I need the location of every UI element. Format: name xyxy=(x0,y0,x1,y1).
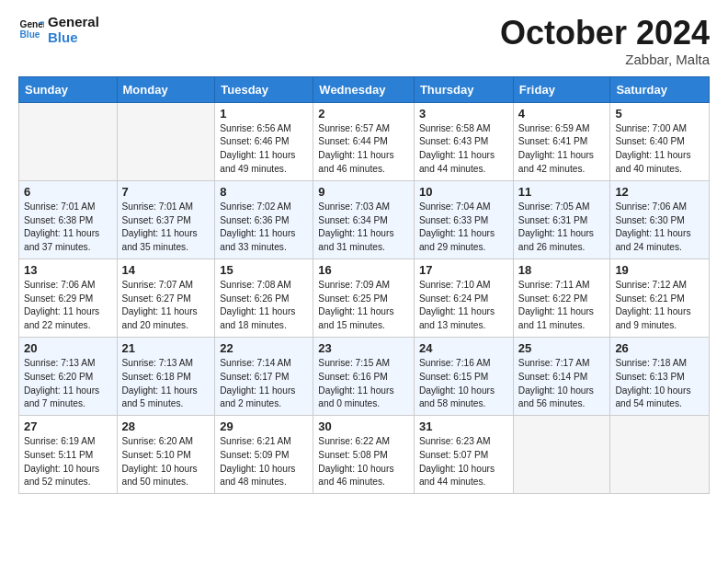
calendar-day-cell: 3Sunrise: 6:58 AM Sunset: 6:43 PM Daylig… xyxy=(414,102,513,180)
calendar-day-cell: 14Sunrise: 7:07 AM Sunset: 6:27 PM Dayli… xyxy=(117,259,215,337)
day-number: 31 xyxy=(419,419,508,433)
day-info: Sunrise: 7:03 AM Sunset: 6:34 PM Dayligh… xyxy=(318,201,409,255)
day-number: 30 xyxy=(318,419,409,433)
day-number: 11 xyxy=(518,185,606,199)
location-subtitle: Zabbar, Malta xyxy=(500,52,710,67)
day-info: Sunrise: 7:07 AM Sunset: 6:27 PM Dayligh… xyxy=(122,279,210,333)
day-number: 3 xyxy=(419,107,508,121)
day-info: Sunrise: 6:20 AM Sunset: 5:10 PM Dayligh… xyxy=(122,435,210,489)
calendar-day-cell: 2Sunrise: 6:57 AM Sunset: 6:44 PM Daylig… xyxy=(313,102,415,180)
day-info: Sunrise: 6:23 AM Sunset: 5:07 PM Dayligh… xyxy=(419,435,508,489)
day-info: Sunrise: 7:09 AM Sunset: 6:25 PM Dayligh… xyxy=(318,279,409,333)
day-number: 28 xyxy=(122,419,210,433)
calendar-empty-cell xyxy=(513,416,610,494)
calendar-table: SundayMondayTuesdayWednesdayThursdayFrid… xyxy=(18,76,710,495)
calendar-day-cell: 4Sunrise: 6:59 AM Sunset: 6:41 PM Daylig… xyxy=(513,102,610,180)
day-info: Sunrise: 7:00 AM Sunset: 6:40 PM Dayligh… xyxy=(615,122,704,177)
day-number: 24 xyxy=(419,341,508,355)
day-number: 27 xyxy=(24,419,112,433)
calendar-day-cell: 19Sunrise: 7:12 AM Sunset: 6:21 PM Dayli… xyxy=(610,259,710,337)
day-number: 18 xyxy=(518,263,606,277)
day-number: 26 xyxy=(615,341,704,355)
day-number: 9 xyxy=(318,185,409,199)
day-number: 16 xyxy=(318,263,409,277)
calendar-empty-cell xyxy=(19,102,118,180)
calendar-week-row: 6Sunrise: 7:01 AM Sunset: 6:38 PM Daylig… xyxy=(19,180,710,259)
calendar-week-row: 13Sunrise: 7:06 AM Sunset: 6:29 PM Dayli… xyxy=(19,259,710,337)
calendar-day-cell: 5Sunrise: 7:00 AM Sunset: 6:40 PM Daylig… xyxy=(610,102,710,180)
day-number: 12 xyxy=(615,185,704,199)
day-info: Sunrise: 7:01 AM Sunset: 6:38 PM Dayligh… xyxy=(24,201,112,255)
day-info: Sunrise: 7:12 AM Sunset: 6:21 PM Dayligh… xyxy=(615,279,704,333)
calendar-header-thursday: Thursday xyxy=(414,76,513,102)
day-number: 14 xyxy=(122,263,210,277)
logo-general: General xyxy=(48,15,99,30)
day-number: 1 xyxy=(220,107,308,121)
calendar-day-cell: 15Sunrise: 7:08 AM Sunset: 6:26 PM Dayli… xyxy=(215,259,313,337)
calendar-day-cell: 20Sunrise: 7:13 AM Sunset: 6:20 PM Dayli… xyxy=(19,337,118,415)
calendar-day-cell: 31Sunrise: 6:23 AM Sunset: 5:07 PM Dayli… xyxy=(414,416,513,494)
calendar-week-row: 20Sunrise: 7:13 AM Sunset: 6:20 PM Dayli… xyxy=(19,337,710,415)
day-info: Sunrise: 6:57 AM Sunset: 6:44 PM Dayligh… xyxy=(318,122,409,177)
calendar-day-cell: 8Sunrise: 7:02 AM Sunset: 6:36 PM Daylig… xyxy=(215,180,313,259)
title-block: October 2024 Zabbar, Malta xyxy=(500,15,710,67)
day-info: Sunrise: 6:19 AM Sunset: 5:11 PM Dayligh… xyxy=(24,435,112,489)
calendar-week-row: 27Sunrise: 6:19 AM Sunset: 5:11 PM Dayli… xyxy=(19,416,710,494)
day-number: 10 xyxy=(419,185,508,199)
day-info: Sunrise: 7:13 AM Sunset: 6:18 PM Dayligh… xyxy=(122,357,210,411)
svg-text:Blue: Blue xyxy=(20,29,40,39)
calendar-day-cell: 26Sunrise: 7:18 AM Sunset: 6:13 PM Dayli… xyxy=(610,337,710,415)
calendar-day-cell: 24Sunrise: 7:16 AM Sunset: 6:15 PM Dayli… xyxy=(414,337,513,415)
calendar-day-cell: 10Sunrise: 7:04 AM Sunset: 6:33 PM Dayli… xyxy=(414,180,513,259)
calendar-day-cell: 7Sunrise: 7:01 AM Sunset: 6:37 PM Daylig… xyxy=(117,180,215,259)
calendar-day-cell: 17Sunrise: 7:10 AM Sunset: 6:24 PM Dayli… xyxy=(414,259,513,337)
day-number: 29 xyxy=(220,419,308,433)
day-info: Sunrise: 7:08 AM Sunset: 6:26 PM Dayligh… xyxy=(220,279,308,333)
calendar-day-cell: 22Sunrise: 7:14 AM Sunset: 6:17 PM Dayli… xyxy=(215,337,313,415)
day-info: Sunrise: 7:06 AM Sunset: 6:30 PM Dayligh… xyxy=(615,201,704,255)
calendar-day-cell: 1Sunrise: 6:56 AM Sunset: 6:46 PM Daylig… xyxy=(215,102,313,180)
calendar-header-friday: Friday xyxy=(513,76,610,102)
day-info: Sunrise: 7:10 AM Sunset: 6:24 PM Dayligh… xyxy=(419,279,508,333)
day-info: Sunrise: 7:04 AM Sunset: 6:33 PM Dayligh… xyxy=(419,201,508,255)
day-info: Sunrise: 7:18 AM Sunset: 6:13 PM Dayligh… xyxy=(615,357,704,411)
calendar-header-saturday: Saturday xyxy=(610,76,710,102)
day-number: 23 xyxy=(318,341,409,355)
day-info: Sunrise: 7:11 AM Sunset: 6:22 PM Dayligh… xyxy=(518,279,606,333)
day-number: 8 xyxy=(220,185,308,199)
day-info: Sunrise: 7:13 AM Sunset: 6:20 PM Dayligh… xyxy=(24,357,112,411)
day-number: 25 xyxy=(518,341,606,355)
svg-text:General: General xyxy=(20,18,44,29)
calendar-empty-cell xyxy=(610,416,710,494)
calendar-day-cell: 21Sunrise: 7:13 AM Sunset: 6:18 PM Dayli… xyxy=(117,337,215,415)
logo-icon: General Blue xyxy=(18,17,44,43)
calendar-header-sunday: Sunday xyxy=(19,76,118,102)
day-number: 2 xyxy=(318,107,409,121)
calendar-week-row: 1Sunrise: 6:56 AM Sunset: 6:46 PM Daylig… xyxy=(19,102,710,180)
day-info: Sunrise: 7:02 AM Sunset: 6:36 PM Dayligh… xyxy=(220,201,308,255)
calendar-day-cell: 23Sunrise: 7:15 AM Sunset: 6:16 PM Dayli… xyxy=(313,337,415,415)
logo-blue: Blue xyxy=(48,30,99,46)
day-info: Sunrise: 7:05 AM Sunset: 6:31 PM Dayligh… xyxy=(518,201,606,255)
calendar-day-cell: 25Sunrise: 7:17 AM Sunset: 6:14 PM Dayli… xyxy=(513,337,610,415)
day-info: Sunrise: 6:21 AM Sunset: 5:09 PM Dayligh… xyxy=(220,435,308,489)
day-number: 20 xyxy=(24,341,112,355)
day-info: Sunrise: 7:15 AM Sunset: 6:16 PM Dayligh… xyxy=(318,357,409,411)
calendar-day-cell: 9Sunrise: 7:03 AM Sunset: 6:34 PM Daylig… xyxy=(313,180,415,259)
day-number: 6 xyxy=(24,185,112,199)
day-number: 5 xyxy=(615,107,704,121)
day-info: Sunrise: 6:58 AM Sunset: 6:43 PM Dayligh… xyxy=(419,122,508,177)
day-number: 21 xyxy=(122,341,210,355)
calendar-day-cell: 29Sunrise: 6:21 AM Sunset: 5:09 PM Dayli… xyxy=(215,416,313,494)
day-info: Sunrise: 7:01 AM Sunset: 6:37 PM Dayligh… xyxy=(122,201,210,255)
day-info: Sunrise: 6:22 AM Sunset: 5:08 PM Dayligh… xyxy=(318,435,409,489)
calendar-day-cell: 27Sunrise: 6:19 AM Sunset: 5:11 PM Dayli… xyxy=(19,416,118,494)
day-info: Sunrise: 6:56 AM Sunset: 6:46 PM Dayligh… xyxy=(220,122,308,177)
day-number: 4 xyxy=(518,107,606,121)
day-number: 13 xyxy=(24,263,112,277)
calendar-day-cell: 6Sunrise: 7:01 AM Sunset: 6:38 PM Daylig… xyxy=(19,180,118,259)
calendar-day-cell: 13Sunrise: 7:06 AM Sunset: 6:29 PM Dayli… xyxy=(19,259,118,337)
calendar-header-tuesday: Tuesday xyxy=(215,76,313,102)
calendar-header-row: SundayMondayTuesdayWednesdayThursdayFrid… xyxy=(19,76,710,102)
calendar-day-cell: 18Sunrise: 7:11 AM Sunset: 6:22 PM Dayli… xyxy=(513,259,610,337)
